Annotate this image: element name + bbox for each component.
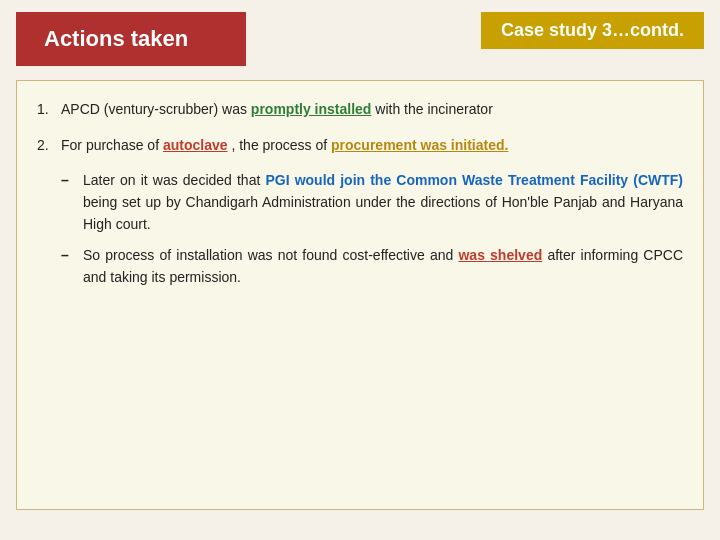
list-item-1: 1. APCD (ventury-scrubber) was promptly …: [37, 99, 683, 121]
promptly-installed-text: promptly installed: [251, 101, 372, 117]
case-study-label: Case study 3…contd.: [481, 12, 704, 49]
sub-item-2: – So process of installation was not fou…: [61, 245, 683, 288]
sub-2-text-a: So process of installation was not found…: [83, 247, 458, 263]
actions-taken-label: Actions taken: [44, 26, 188, 51]
item-2-text-a: For purchase of: [61, 137, 163, 153]
item-number-1: 1.: [37, 99, 55, 121]
item-1-text: APCD (ventury-scrubber) was promptly ins…: [61, 99, 493, 121]
header-area: Actions taken Case study 3…contd.: [0, 0, 720, 66]
item-2-text-b: , the process of: [231, 137, 331, 153]
autoclave-text: autoclave: [163, 137, 228, 153]
content-card: 1. APCD (ventury-scrubber) was promptly …: [16, 80, 704, 510]
pgi-cwtf-text: PGI would join the Common Waste Treatmen…: [265, 172, 683, 188]
apcd-text: APCD: [61, 101, 100, 117]
sub-item-1: – Later on it was decided that PGI would…: [61, 170, 683, 235]
actions-taken-title: Actions taken: [16, 12, 246, 66]
dash-1: –: [61, 170, 75, 235]
sub-1-text-b: being set up by Chandigarh Administratio…: [83, 194, 683, 232]
sub-item-2-text: So process of installation was not found…: [83, 245, 683, 288]
page: Actions taken Case study 3…contd. 1. APC…: [0, 0, 720, 540]
sub-1-text-a: Later on it was decided that: [83, 172, 265, 188]
item-1-text-b: with the incinerator: [375, 101, 493, 117]
item-2-text: For purchase of autoclave , the process …: [61, 135, 508, 157]
was-shelved-text: was shelved: [458, 247, 542, 263]
sub-item-1-text: Later on it was decided that PGI would j…: [83, 170, 683, 235]
list-item-2: 2. For purchase of autoclave , the proce…: [37, 135, 683, 157]
procurement-text: procurement was initiated.: [331, 137, 508, 153]
case-study-text: Case study 3…contd.: [501, 20, 684, 40]
item-number-2: 2.: [37, 135, 55, 157]
dash-2: –: [61, 245, 75, 288]
item-1-text-a: (ventury-scrubber) was: [104, 101, 251, 117]
